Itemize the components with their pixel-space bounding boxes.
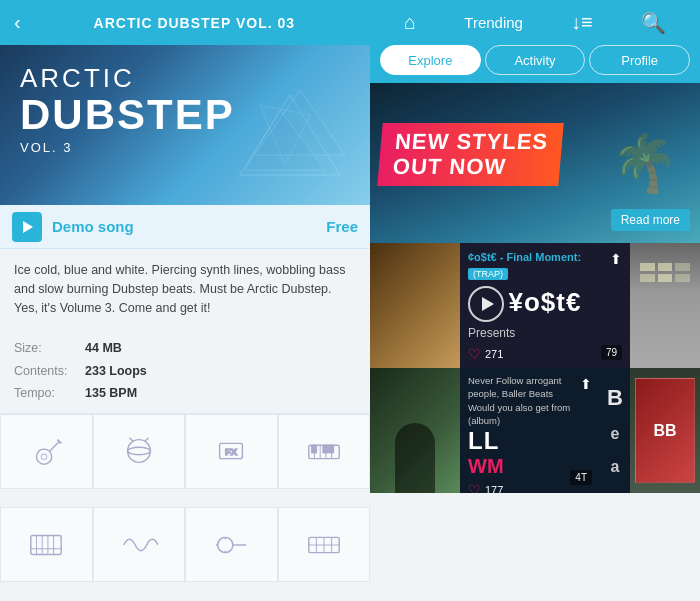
side-letter-e: e: [611, 425, 620, 443]
demo-label: Demo song: [52, 218, 326, 235]
album-title: ARCTIC DUBSTEP VOL. 03: [33, 15, 356, 31]
piano-icon-cell[interactable]: [0, 507, 93, 582]
svg-point-4: [37, 449, 52, 464]
track-2-thumbnail: [370, 368, 460, 493]
size-label: Size:: [14, 337, 79, 360]
svg-point-28: [218, 537, 233, 552]
track-1-likes: ♡ 271: [468, 346, 622, 362]
svg-point-9: [127, 447, 150, 455]
sequencer-icon: [305, 526, 343, 564]
tab-profile[interactable]: Profile: [589, 45, 690, 75]
track-2-side-letters: B e a: [600, 368, 630, 493]
demo-bar: Demo song Free: [0, 205, 370, 249]
track-1-main: ¥o$t€: [468, 282, 622, 326]
right-header: ⌂ Trending ↓≡ 🔍: [370, 0, 700, 45]
track-card-1[interactable]: ⬆ ¢o$t€ - Final Moment: (TRAP) ¥o$t€ Pre…: [370, 243, 700, 368]
left-panel: ‹ ARCTIC DUBSTEP VOL. 03 ARCTIC DUBSTEP …: [0, 0, 370, 601]
svg-rect-20: [323, 446, 328, 454]
svg-point-8: [127, 440, 150, 463]
banner-card[interactable]: 🌴 NEW STYLES OUT NOW Read more: [370, 83, 700, 243]
equalizer-icon-cell[interactable]: [185, 507, 278, 582]
tabs-bar: Explore Activity Profile: [370, 45, 700, 83]
track-1-badge: 79: [601, 345, 622, 360]
svg-rect-22: [31, 535, 61, 554]
track-1-presents: Presents: [468, 326, 622, 340]
album-dubstep-text: DUBSTEP: [20, 94, 235, 136]
album-cover-text: ARCTIC DUBSTEP VOL. 3: [20, 63, 235, 155]
track-2-info-4: (album): [468, 414, 592, 427]
left-header: ‹ ARCTIC DUBSTEP VOL. 03: [0, 0, 370, 45]
tempo-value: 135 BPM: [85, 382, 137, 405]
svg-rect-19: [311, 446, 316, 454]
track-1-thumb-bg: [370, 243, 460, 368]
track-1-thumbnail: [370, 243, 460, 368]
size-value: 44 MB: [85, 337, 122, 360]
guitar-icon-cell[interactable]: [0, 414, 93, 489]
person-silhouette: [395, 423, 435, 493]
tab-activity[interactable]: Activity: [485, 45, 586, 75]
keyboard-icon-cell[interactable]: [278, 414, 371, 489]
track-2-content: ⬆ Never Follow arrogant people, Baller B…: [460, 368, 600, 493]
fx-icon-cell[interactable]: FX: [185, 414, 278, 489]
track-2-side-bg: BB: [630, 368, 700, 493]
drum-icon-cell[interactable]: [93, 414, 186, 489]
track-2-side-content: BB: [630, 368, 700, 493]
tempo-label: Tempo:: [14, 382, 79, 405]
track-1-side-image: [630, 243, 700, 368]
filter-button[interactable]: ↓≡: [571, 11, 593, 34]
piano-icon: [27, 526, 65, 564]
meta-contents-row: Contents: 233 Loops: [14, 360, 356, 383]
share-button-2[interactable]: ⬆: [580, 376, 592, 392]
play-button[interactable]: [12, 212, 42, 242]
fx-icon: FX: [212, 432, 250, 470]
geometric-decoration: [230, 85, 350, 195]
track-2-info-2: people, Baller Beats: [468, 387, 592, 400]
tab-explore[interactable]: Explore: [380, 45, 481, 75]
search-button[interactable]: 🔍: [641, 11, 666, 35]
equalizer-icon: [212, 526, 250, 564]
instrument-icons-grid: FX: [0, 413, 370, 601]
svg-rect-21: [329, 446, 334, 454]
drum-icon: [120, 432, 158, 470]
back-button[interactable]: ‹: [14, 11, 21, 34]
track-card-2[interactable]: ⬆ Never Follow arrogant people, Baller B…: [370, 368, 700, 493]
track-2-badge: 4T: [570, 470, 592, 485]
banner-headline-1: NEW STYLES: [394, 129, 549, 154]
read-more-button[interactable]: Read more: [611, 209, 690, 231]
svg-line-5: [50, 442, 60, 452]
guitar-icon: [27, 432, 65, 470]
meta-tempo-row: Tempo: 135 BPM: [14, 382, 356, 405]
album-cover: ARCTIC DUBSTEP VOL. 3: [0, 45, 370, 205]
svg-line-10: [129, 438, 133, 442]
track-1-genre: (TRAP): [468, 268, 508, 280]
contents-value: 233 Loops: [85, 360, 147, 383]
svg-point-7: [42, 454, 48, 460]
album-description: Ice cold, blue and white. Piercing synth…: [0, 249, 370, 329]
side-letter-b: B: [607, 385, 623, 411]
sequencer-icon-cell[interactable]: [278, 507, 371, 582]
meta-size-row: Size: 44 MB: [14, 337, 356, 360]
track-1-side-bg: [630, 243, 700, 368]
wave-icon-cell[interactable]: [93, 507, 186, 582]
right-panel: ⌂ Trending ↓≡ 🔍 Explore Activity Profile…: [370, 0, 700, 601]
album-vol-text: VOL. 3: [20, 140, 235, 155]
share-button-1[interactable]: ⬆: [610, 251, 622, 267]
track-1-play-button[interactable]: [468, 286, 504, 322]
free-badge: Free: [326, 218, 358, 235]
svg-text:FX: FX: [225, 446, 238, 457]
track-1-big-name: ¥o$t€: [508, 287, 581, 317]
home-button[interactable]: ⌂: [404, 11, 416, 34]
track-2-big1: LL: [468, 427, 592, 455]
wave-icon: [120, 526, 158, 564]
track-1-content: ⬆ ¢o$t€ - Final Moment: (TRAP) ¥o$t€ Pre…: [460, 243, 630, 368]
heart-icon-1: ♡: [468, 346, 481, 362]
album-mini-cover: BB: [635, 378, 695, 483]
album-meta: Size: 44 MB Contents: 233 Loops Tempo: 1…: [0, 329, 370, 413]
track-2-like-count: 177: [485, 484, 503, 493]
heart-icon-2: ♡: [468, 482, 481, 493]
banner-headline-2: OUT NOW: [392, 154, 547, 179]
svg-line-11: [144, 438, 148, 442]
album-arctic-text: ARCTIC: [20, 63, 235, 94]
track-1-like-count: 271: [485, 348, 503, 360]
trending-label: Trending: [464, 14, 523, 31]
